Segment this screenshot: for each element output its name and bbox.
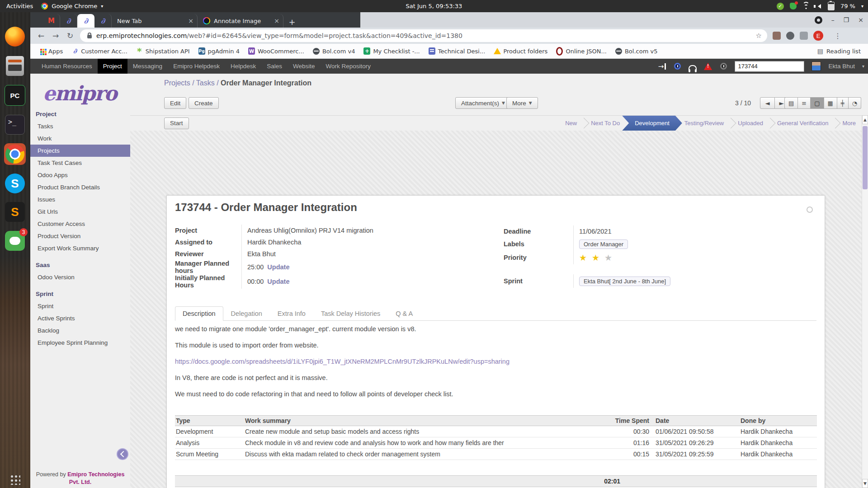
tab-q-and-a[interactable]: Q & A xyxy=(388,306,420,321)
user-avatar[interactable] xyxy=(811,61,821,71)
page-scrollbar[interactable]: ▲ ▼ xyxy=(862,115,868,488)
sidebar-item-employee-sprint-planning[interactable]: Employee Sprint Planning xyxy=(30,337,130,349)
pager-previous-button[interactable]: ◄ xyxy=(760,97,774,109)
col-done-by[interactable]: Done by xyxy=(740,416,817,426)
sidebar-item-projects[interactable]: Projects xyxy=(30,145,130,157)
close-icon[interactable]: × xyxy=(274,17,279,24)
sidebar-item-odoo-apps[interactable]: Odoo Apps xyxy=(30,169,130,181)
star-filled-icon[interactable]: ★ xyxy=(579,253,588,263)
tab-new-tab[interactable]: New Tab × xyxy=(112,14,198,28)
firefox-launcher[interactable] xyxy=(4,26,26,47)
close-window-button[interactable]: × xyxy=(858,16,863,23)
bookmark-bolcom-v4[interactable]: Bol.com v4 xyxy=(313,48,355,55)
col-work-summary[interactable]: Work summary xyxy=(241,416,579,426)
back-button[interactable]: ← xyxy=(34,31,48,40)
forward-button[interactable]: → xyxy=(48,31,63,40)
sidebar-item-export-work-summary[interactable]: Export Work Summary xyxy=(30,242,130,254)
support-headset-icon[interactable] xyxy=(689,62,697,70)
pinned-tab-odoo-1[interactable]: ∂ xyxy=(60,14,77,28)
sidebar-item-backlog[interactable]: Backlog xyxy=(30,324,130,337)
sidebar-item-sprint[interactable]: Sprint xyxy=(30,300,130,312)
activity-clock-icon[interactable] xyxy=(719,62,727,70)
minimize-button[interactable]: – xyxy=(831,16,835,23)
files-launcher[interactable] xyxy=(4,55,26,77)
show-applications-button[interactable] xyxy=(4,469,26,488)
label-tag[interactable]: Order Manager xyxy=(579,239,628,249)
timesheet-clock-icon[interactable] xyxy=(673,62,681,70)
sidebar-item-product-branch-details[interactable]: Product Branch Details xyxy=(30,181,130,193)
sidebar-item-odoo-version[interactable]: Odoo Version xyxy=(30,271,130,283)
extension-icon-2[interactable] xyxy=(786,32,794,40)
assigned-to-value[interactable]: Hardik Dhankecha xyxy=(242,239,301,246)
bookmark-online-json[interactable]: Online JSON... xyxy=(556,48,607,55)
system-menu-caret[interactable]: ▾ xyxy=(861,4,863,9)
sprint-tag[interactable]: Ekta Bhut[ 2nd June - 8th June] xyxy=(579,277,670,286)
warning-icon[interactable] xyxy=(704,62,712,70)
sidebar-item-task-test-cases[interactable]: Task Test Cases xyxy=(30,157,130,169)
bookmark-customer-access[interactable]: ∂Customer Acc... xyxy=(71,48,127,55)
volume-icon[interactable] xyxy=(816,4,821,9)
scroll-up-arrow[interactable]: ▲ xyxy=(862,115,868,124)
omnibox[interactable]: erp.emiprotechnologies.com /web?#id=6264… xyxy=(80,29,767,42)
create-button[interactable]: Create xyxy=(189,97,219,109)
stage-next-to-do[interactable]: Next To Do xyxy=(585,116,626,131)
reading-list-button[interactable]: ▤Reading list xyxy=(817,47,861,55)
project-value[interactable]: Andreas Uhlig(Omnilox) PRJ V14 migration xyxy=(242,227,373,234)
user-name[interactable]: Ekta Bhut xyxy=(828,63,855,70)
form-status-indicator[interactable] xyxy=(807,206,813,213)
col-type[interactable]: Type xyxy=(175,416,241,426)
initial-hours-update-link[interactable]: Update xyxy=(267,278,289,285)
company-link[interactable]: Emipro Technologies xyxy=(67,471,124,478)
view-kanban-button[interactable]: ▤ xyxy=(784,97,798,109)
menu-project[interactable]: Project xyxy=(98,59,127,74)
extension-icon-3[interactable] xyxy=(800,32,808,40)
notification-app-icon[interactable] xyxy=(790,3,797,9)
spreadsheet-link[interactable]: https://docs.google.com/spreadsheets/d/1… xyxy=(175,358,509,365)
sidebar-item-customer-access[interactable]: Customer Access xyxy=(30,218,130,230)
terminal-launcher[interactable]: >_ xyxy=(4,114,26,136)
tab-delegation[interactable]: Delegation xyxy=(223,306,270,321)
login-icon[interactable]: → xyxy=(658,62,666,70)
menu-work-repository[interactable]: Work Repository xyxy=(321,59,377,74)
menu-sales[interactable]: Sales xyxy=(261,59,288,74)
view-list-button[interactable]: ≡ xyxy=(798,97,811,109)
sidebar-item-issues[interactable]: Issues xyxy=(30,193,130,206)
menu-emipro-helpdesk[interactable]: Emipro Helpdesk xyxy=(168,59,225,74)
more-button[interactable]: More▼ xyxy=(506,97,538,109)
sidebar-collapse-button[interactable] xyxy=(117,448,128,460)
start-button[interactable]: Start xyxy=(164,117,189,129)
bookmark-star-icon[interactable]: ☆ xyxy=(756,32,762,40)
bookmark-product-folders[interactable]: Product folders xyxy=(494,48,547,55)
recorder-status-icon[interactable]: ✓ xyxy=(777,3,784,10)
attachments-button[interactable]: Attachment(s)▼ xyxy=(455,97,511,109)
sublime-launcher[interactable]: S xyxy=(4,201,26,223)
scroll-down-arrow[interactable]: ▼ xyxy=(862,479,868,488)
bookmark-checklist[interactable]: +My Checklist -... xyxy=(363,48,420,55)
stage-development[interactable]: Development xyxy=(622,116,682,131)
new-tab-button[interactable]: + xyxy=(286,16,298,28)
menu-messaging[interactable]: Messaging xyxy=(127,59,168,74)
scrollbar-thumb[interactable] xyxy=(863,126,868,189)
tab-task-delay-histories[interactable]: Task Delay Histories xyxy=(313,306,388,321)
close-icon[interactable]: × xyxy=(188,17,193,24)
app-indicator[interactable]: Google Chrome ▾ xyxy=(41,3,103,9)
bookmark-shipstation[interactable]: *Shipstation API xyxy=(136,48,190,55)
browser-update-icon[interactable] xyxy=(815,16,822,24)
col-time-spent[interactable]: Time Spent xyxy=(579,416,655,426)
star-filled-icon[interactable]: ★ xyxy=(592,253,601,263)
sidebar-item-git-urls[interactable]: Git Urls xyxy=(30,206,130,218)
menu-website[interactable]: Website xyxy=(288,59,321,74)
worklog-row[interactable]: Scrum Meeting Discuss with ekta madam re… xyxy=(175,449,817,460)
star-empty-icon[interactable]: ★ xyxy=(604,253,613,263)
reload-button[interactable]: ↻ xyxy=(63,31,77,40)
tab-extra-info[interactable]: Extra Info xyxy=(270,306,313,321)
stage-uploaded[interactable]: Uploaded xyxy=(732,116,769,131)
restore-button[interactable]: ❐ xyxy=(844,16,849,23)
bookmark-technical-design[interactable]: Technical Desi... xyxy=(429,48,486,55)
activities-button[interactable]: Activities xyxy=(6,3,33,9)
lock-icon[interactable] xyxy=(87,35,92,38)
sidebar-item-tasks[interactable]: Tasks xyxy=(30,120,130,132)
sidebar-item-work[interactable]: Work xyxy=(30,132,130,145)
chat-launcher[interactable]: 3 xyxy=(4,230,26,252)
pinned-tab-gmail[interactable]: M xyxy=(43,14,60,28)
